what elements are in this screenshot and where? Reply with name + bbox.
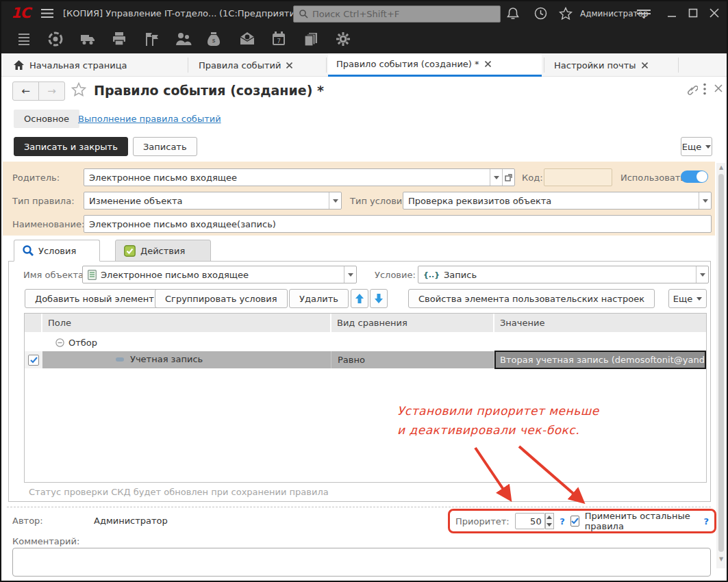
main-menu-icon[interactable] [16, 32, 32, 46]
table-header-value[interactable]: Значение [494, 314, 706, 332]
settings-gear-icon[interactable] [336, 31, 351, 47]
name-field[interactable]: Электронное письмо входящее(запись) [84, 215, 712, 233]
rule-type-combo[interactable]: Изменение объекта [84, 192, 342, 210]
chevron-down-icon[interactable] [344, 266, 356, 283]
more-commands-button[interactable]: Еще [681, 137, 712, 156]
maximize-button[interactable] [688, 8, 698, 18]
calendar-section-icon[interactable]: 7 [271, 31, 286, 47]
nav-link-rule-execution[interactable]: Выполнение правила событий [78, 114, 221, 124]
condition-value-wrap: {..} Запись [418, 270, 696, 280]
object-name-combo[interactable]: Электронное письмо входящее [82, 266, 357, 283]
tab-event-rule-create[interactable]: Правило события (создание) * [328, 53, 542, 77]
page-title: Правило события (создание) * [94, 83, 324, 98]
user-settings-props-button[interactable]: Свойства элемента пользовательских настр… [408, 289, 655, 308]
tab-mail-settings[interactable]: Настройки почты [546, 53, 676, 77]
move-up-button[interactable] [351, 289, 368, 308]
service-menu-icon[interactable] [637, 8, 651, 19]
close-form-icon[interactable] [714, 84, 723, 92]
condition-type-value: Проверка реквизитов объекта [403, 196, 699, 206]
user-settings-props-label: Свойства элемента пользовательских настр… [418, 294, 644, 304]
global-search-input[interactable]: Поиск Ctrl+Shift+F [293, 5, 501, 23]
row-value-cell-focused[interactable]: Вторая учетная запись (demosoftonit@yand… [494, 351, 706, 369]
1c-logo: 1С [11, 5, 30, 21]
tab-actions[interactable]: Действия [115, 240, 211, 262]
save-and-close-button[interactable]: Записать и закрыть [14, 137, 128, 156]
priority-highlight-box: Приоритет: ? Применить остальные правила… [448, 509, 716, 533]
tab-conditions[interactable]: Условия [14, 240, 100, 262]
row-comparison-cell[interactable]: Равно [331, 351, 494, 368]
hamburger-menu-icon[interactable] [41, 8, 53, 18]
mail-section-icon[interactable] [239, 31, 255, 45]
save-button[interactable]: Записать [133, 137, 197, 156]
chevron-down-icon[interactable] [696, 266, 708, 283]
scroll-up-icon[interactable]: ▲ [718, 165, 724, 170]
tree-collapse-icon[interactable] [55, 338, 64, 347]
parent-combo[interactable]: Электронное письмо входящее [84, 168, 515, 186]
scroll-down-icon[interactable]: ▼ [718, 557, 724, 562]
chevron-down-icon[interactable] [329, 192, 341, 209]
tab-close-icon[interactable] [485, 61, 491, 67]
notifications-bell-icon[interactable] [507, 7, 519, 20]
delete-button[interactable]: Удалить [289, 289, 349, 308]
row-field-cell[interactable]: Учетная запись [42, 351, 331, 368]
page-star-icon[interactable] [71, 82, 86, 97]
chevron-down-icon[interactable] [490, 169, 502, 186]
app-title: [КОПИЯ] Управление IT-отдело... [63, 8, 216, 18]
table-header-comparison[interactable]: Вид сравнения [331, 314, 494, 332]
code-label: Код: [522, 173, 543, 183]
history-nav-group: ← → [12, 81, 65, 101]
search-magnifier-icon [23, 245, 34, 256]
document-icon [88, 270, 97, 280]
apply-rules-help[interactable]: ? [703, 516, 709, 527]
table-group-row[interactable]: Отбор [25, 335, 706, 352]
tab-separator [326, 58, 327, 73]
table-header-field[interactable]: Поле [42, 314, 331, 332]
open-reference-icon[interactable] [502, 169, 514, 186]
code-field [544, 168, 612, 186]
flags-section-icon[interactable] [144, 31, 160, 47]
tab-event-rules[interactable]: Правила событий [190, 53, 325, 77]
copies-section-icon[interactable] [303, 31, 318, 47]
condition-label: Условие: [375, 270, 416, 280]
tab-separator [544, 58, 544, 73]
priority-input[interactable] [515, 513, 545, 529]
delivery-truck-icon[interactable] [79, 33, 96, 45]
history-icon[interactable] [534, 7, 547, 20]
favorites-star-icon[interactable] [559, 7, 573, 20]
vertical-scrollbar[interactable]: ▲ ▼ [716, 163, 726, 568]
priority-spinner[interactable] [545, 513, 555, 529]
printer-section-icon[interactable] [112, 31, 127, 47]
more-actions-kebab-icon[interactable] [703, 83, 706, 95]
table-selected-row[interactable]: Учетная запись Равно Вторая учетная запи… [25, 351, 706, 368]
tab-conditions-label: Условия [38, 246, 76, 256]
tab-home[interactable]: Начальная страница [5, 53, 185, 77]
tab-close-icon[interactable] [642, 62, 648, 68]
row-checkbox-checked[interactable] [28, 355, 39, 366]
priority-help[interactable]: ? [560, 516, 565, 527]
users-section-icon[interactable] [175, 31, 192, 47]
spinner-up-icon[interactable] [546, 514, 554, 521]
home-icon [14, 60, 24, 70]
condition-combo[interactable]: {..} Запись [418, 266, 709, 283]
conditions-more-button[interactable]: Еще [668, 289, 707, 308]
get-link-icon[interactable] [686, 84, 698, 95]
scrollbar-thumb[interactable] [718, 174, 724, 552]
move-down-button[interactable] [370, 289, 388, 308]
group-conditions-button[interactable]: Сгруппировать условия [155, 289, 288, 308]
condition-type-combo[interactable]: Проверка реквизитов объекта [403, 192, 712, 210]
tab-close-icon[interactable] [286, 62, 292, 68]
money-bag-section-icon[interactable]: s [207, 31, 221, 47]
chevron-down-icon[interactable] [699, 192, 711, 209]
nav-item-main[interactable]: Основное [14, 110, 79, 128]
add-element-button[interactable]: Добавить новый элемент [25, 289, 164, 308]
comment-input[interactable] [12, 548, 711, 577]
close-window-button[interactable] [710, 8, 719, 18]
use-toggle[interactable] [681, 170, 708, 183]
spinner-down-icon[interactable] [546, 521, 554, 529]
minimize-button[interactable] [667, 11, 677, 18]
back-button[interactable]: ← [13, 82, 39, 100]
target-section-icon[interactable] [48, 31, 63, 47]
apply-rules-checkbox-checked[interactable] [570, 516, 579, 527]
titlebar: 1С [КОПИЯ] Управление IT-отдело... (1С:П… [1, 1, 727, 26]
forward-button[interactable]: → [39, 82, 64, 100]
